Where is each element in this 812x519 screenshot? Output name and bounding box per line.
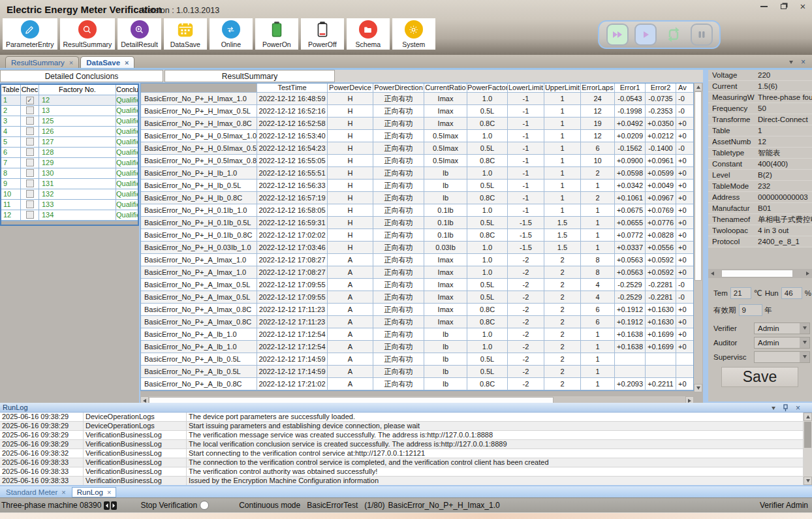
supervisor-dropdown[interactable] bbox=[754, 351, 810, 363]
auditor-dropdown[interactable]: Admin bbox=[754, 337, 810, 349]
conclusion-row[interactable]: 7129Qualifie bbox=[1, 158, 138, 168]
conclusion-row[interactable]: 6128Qualifie bbox=[1, 148, 138, 158]
conclusion-row[interactable]: 1✓12Qualifie bbox=[1, 95, 138, 106]
restore-icon[interactable] bbox=[778, 3, 789, 10]
row-checkbox[interactable] bbox=[26, 148, 34, 156]
conclusion-row[interactable]: 213Qualifie bbox=[1, 106, 138, 116]
column-header[interactable]: UpperLimit bbox=[544, 84, 581, 93]
scroll-down-arrow[interactable] bbox=[804, 477, 812, 485]
fast-forward-button[interactable] bbox=[606, 24, 629, 46]
close-icon[interactable]: × bbox=[69, 59, 73, 67]
row-checkbox[interactable]: ✓ bbox=[26, 97, 34, 104]
column-header[interactable]: Chec bbox=[21, 85, 39, 95]
tab-data-save[interactable]: DataSave × bbox=[80, 56, 134, 68]
result-row[interactable]: BasicError_No_P+_H_Imax_0.5L2022-12-12 1… bbox=[141, 105, 693, 118]
result-row[interactable]: BasicError_No_P+_A_Imax_0.8C2022-12-12 1… bbox=[141, 316, 693, 328]
row-checkbox[interactable] bbox=[26, 159, 34, 166]
scrollbar-thumb[interactable] bbox=[721, 270, 793, 277]
column-header[interactable]: ErrorLaps bbox=[581, 84, 615, 93]
result-row[interactable]: BasicError_No_P+_H_0.5Imax_0.5L2022-12-1… bbox=[141, 142, 693, 155]
chevron-down-icon[interactable] bbox=[800, 352, 809, 362]
conclusion-row[interactable]: 12134Qualifie bbox=[1, 210, 138, 221]
column-header[interactable]: Factory No. bbox=[39, 85, 116, 95]
pin-icon[interactable] bbox=[783, 404, 789, 412]
row-checkbox[interactable] bbox=[26, 117, 34, 125]
column-header[interactable] bbox=[141, 84, 257, 93]
conclusion-row[interactable]: 5127Qualifie bbox=[1, 137, 138, 148]
close-icon[interactable]: × bbox=[61, 488, 65, 496]
scroll-up-arrow[interactable] bbox=[694, 83, 702, 91]
result-row[interactable]: BasicError_No_P+_H_0.1Ib_0.8C2022-12-12 … bbox=[141, 229, 693, 242]
close-icon[interactable]: × bbox=[796, 403, 800, 413]
humidity-input[interactable]: 46 bbox=[781, 287, 802, 299]
system-button[interactable]: System bbox=[392, 18, 435, 50]
row-checkbox[interactable] bbox=[26, 180, 34, 187]
row-checkbox[interactable] bbox=[26, 190, 34, 198]
detail-result-button[interactable]: DetailResult bbox=[117, 18, 161, 50]
chevron-down-icon[interactable] bbox=[800, 338, 809, 348]
runlog-scrollbar[interactable] bbox=[804, 413, 812, 485]
result-row[interactable]: BasicError_No_P+_H_0.5Imax_1.02022-12-12… bbox=[141, 130, 693, 142]
verifier-dropdown[interactable]: Admin bbox=[754, 322, 810, 334]
column-header[interactable]: LowerLimit bbox=[508, 84, 544, 93]
conclusion-row[interactable]: 4126Qualifie bbox=[1, 127, 138, 137]
row-checkbox[interactable] bbox=[26, 138, 34, 146]
row-checkbox[interactable] bbox=[26, 169, 34, 177]
result-row[interactable]: BasicError_No_P+_H_Ib_0.5L2022-12-12 16:… bbox=[141, 180, 693, 192]
temperature-input[interactable]: 21 bbox=[730, 287, 751, 299]
result-row[interactable]: BasicError_No_P+_A_Imax_0.5L2022-12-12 1… bbox=[141, 279, 693, 291]
detailed-conclusions-header[interactable]: Detailed Conclusions bbox=[0, 70, 163, 82]
row-checkbox[interactable] bbox=[26, 127, 34, 135]
minimize-icon[interactable] bbox=[758, 3, 769, 10]
validity-input[interactable]: 9 bbox=[739, 304, 762, 316]
result-row[interactable]: BasicError_No_P+_H_0.1Ib_1.02022-12-12 1… bbox=[141, 204, 693, 217]
conclusion-row[interactable]: 10132Qualifie bbox=[1, 189, 138, 200]
close-icon[interactable]: × bbox=[798, 3, 808, 10]
scroll-down-arrow[interactable] bbox=[694, 384, 702, 392]
scrollbar-thumb[interactable] bbox=[804, 422, 811, 448]
conclusion-row[interactable]: 11133Qualifie bbox=[1, 200, 138, 210]
result-summary-button[interactable]: ResultSummary bbox=[60, 18, 116, 50]
result-row[interactable]: BasicError_No_P+_A_Ib_0.8C2022-12-12 17:… bbox=[141, 378, 693, 390]
close-icon[interactable]: × bbox=[125, 59, 129, 67]
tab-runlog[interactable]: RunLog × bbox=[72, 487, 117, 497]
result-row[interactable]: BasicError_No_P+_H_Imax_0.8C2022-12-12 1… bbox=[141, 118, 693, 130]
conclusion-row[interactable]: 9131Qualifie bbox=[1, 179, 138, 189]
stop-verification-radio[interactable] bbox=[200, 501, 209, 510]
result-row[interactable]: BasicError_No_P+_H_0.03Ib_1.02022-12-12 … bbox=[141, 242, 693, 254]
column-header[interactable]: Av bbox=[676, 84, 693, 93]
scroll-up-arrow[interactable] bbox=[804, 413, 812, 421]
online-button[interactable]: Online bbox=[210, 18, 253, 50]
result-row[interactable]: BasicError_No_P+_A_Ib_0.5L2022-12-12 17:… bbox=[141, 366, 693, 378]
close-icon[interactable]: × bbox=[107, 488, 111, 496]
pause-button[interactable] bbox=[691, 24, 713, 46]
tab-result-summary[interactable]: ResultSummary × bbox=[5, 56, 79, 68]
row-checkbox[interactable] bbox=[26, 200, 34, 208]
column-header[interactable]: TestTime bbox=[257, 84, 328, 93]
chevron-down-icon[interactable] bbox=[789, 61, 793, 64]
properties-horizontal-scrollbar[interactable] bbox=[708, 269, 812, 278]
result-summary-header[interactable]: ResultSummary bbox=[164, 70, 335, 82]
close-icon[interactable]: × bbox=[801, 57, 805, 67]
play-button[interactable] bbox=[634, 24, 657, 46]
result-row[interactable]: BasicError_No_P+_A_Imax_0.8C2022-12-12 1… bbox=[141, 304, 693, 316]
column-header[interactable]: PowerDirection bbox=[373, 84, 424, 93]
data-save-button[interactable]: DataSave bbox=[164, 18, 207, 50]
scroll-right-arrow[interactable] bbox=[804, 269, 812, 278]
column-header[interactable]: PowerDevice bbox=[328, 84, 373, 93]
result-row[interactable]: BasicError_No_P+_H_0.1Ib_0.5L2022-12-12 … bbox=[141, 217, 693, 229]
result-row[interactable]: BasicError_No_P+_A_Imax_0.5L2022-12-12 1… bbox=[141, 291, 693, 304]
save-button[interactable]: Save bbox=[721, 367, 798, 387]
parameter-entry-button[interactable]: ParameterEntry bbox=[3, 18, 57, 50]
result-row[interactable]: BasicError_No_P+_H_Imax_1.02022-12-12 16… bbox=[141, 93, 693, 105]
loop-button[interactable] bbox=[663, 24, 685, 46]
column-header[interactable]: Conclus bbox=[116, 85, 138, 95]
result-row[interactable]: BasicError_No_P+_H_Ib_1.02022-12-12 16:5… bbox=[141, 167, 693, 180]
column-header[interactable]: PowerFactor bbox=[467, 84, 508, 93]
column-header[interactable]: Error2 bbox=[646, 84, 676, 93]
chevron-down-icon[interactable] bbox=[800, 323, 809, 334]
result-row[interactable]: BasicError_No_P+_H_0.5Imax_0.8C2022-12-1… bbox=[141, 155, 693, 167]
row-checkbox[interactable] bbox=[26, 106, 34, 114]
conclusion-row[interactable]: 8130Qualifie bbox=[1, 168, 138, 179]
scroll-left-arrow[interactable] bbox=[708, 269, 717, 278]
